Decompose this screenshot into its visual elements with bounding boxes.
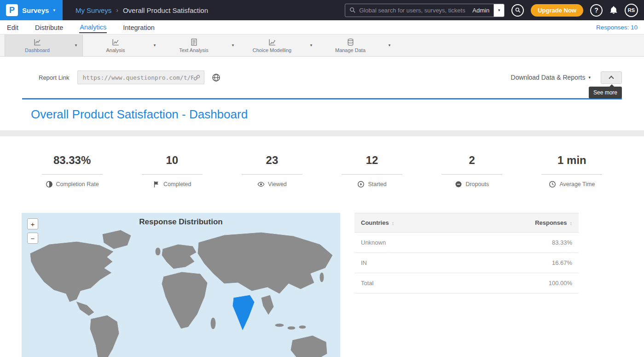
tab-manage-data: Manage Data ▾ bbox=[318, 35, 396, 56]
product-switcher[interactable]: P Surveys ▾ bbox=[0, 0, 63, 20]
stat-started: 12 Started bbox=[322, 154, 422, 190]
map-indonesia bbox=[287, 326, 296, 330]
zoom-out-button[interactable]: − bbox=[27, 233, 38, 244]
tab-analysis-dropdown[interactable]: ▾ bbox=[148, 35, 161, 56]
breadcrumb-separator-icon: › bbox=[116, 6, 118, 14]
stat-completed: 10 Completed bbox=[122, 154, 222, 190]
stat-label-row: Completion Rate bbox=[46, 181, 99, 188]
stat-dropouts: 2 Dropouts bbox=[422, 154, 522, 190]
tab-choice-modelling-dropdown[interactable]: ▾ bbox=[305, 35, 318, 56]
stat-divider bbox=[342, 174, 402, 175]
section-divider bbox=[0, 130, 644, 136]
responses-cell: 83.33% bbox=[552, 239, 572, 246]
questionpro-logo-icon: P bbox=[6, 4, 18, 16]
column-label: Countries bbox=[361, 219, 389, 226]
report-link-field[interactable] bbox=[77, 70, 204, 84]
download-data-reports-menu[interactable]: Download Data & Reports ▾ bbox=[511, 74, 591, 81]
stat-divider bbox=[541, 174, 602, 175]
country-cell: IN bbox=[361, 259, 367, 266]
nav-item-edit[interactable]: Edit bbox=[6, 22, 19, 33]
distribution-section: Response Distribution + − bbox=[0, 212, 644, 357]
stat-label: Dropouts bbox=[465, 181, 489, 187]
countries-table: Countries ↕ Responses ↕ Unknown 83.33% I… bbox=[354, 213, 579, 357]
world-map[interactable] bbox=[22, 228, 340, 357]
search-scope-dropdown[interactable]: ▾ bbox=[494, 4, 504, 17]
map-asia bbox=[197, 232, 333, 294]
responses-cell: 16.67% bbox=[552, 259, 572, 266]
tab-text-analysis-button[interactable]: Text Analysis bbox=[161, 35, 226, 56]
tab-label: Dashboard bbox=[25, 47, 50, 53]
search-icon bbox=[349, 7, 356, 13]
breadcrumb-current: Overall Product Satisfaction bbox=[123, 6, 208, 14]
map-madagascar bbox=[210, 317, 216, 329]
map-japan bbox=[319, 272, 324, 282]
column-countries[interactable]: Countries ↕ bbox=[361, 219, 394, 226]
map-title: Response Distribution bbox=[22, 213, 340, 227]
tab-dashboard-button[interactable]: Dashboard bbox=[5, 35, 70, 56]
chevron-up-icon bbox=[609, 76, 614, 81]
stat-divider bbox=[142, 174, 203, 175]
tab-text-analysis: Text Analysis ▾ bbox=[161, 35, 239, 56]
notifications-bell-icon[interactable] bbox=[609, 6, 618, 14]
tab-label: Analysis bbox=[106, 47, 125, 53]
stats-row: 83.33% Completion Rate 10 Completed 23 V… bbox=[0, 136, 644, 212]
link-icon[interactable] bbox=[193, 74, 200, 81]
eye-icon bbox=[257, 181, 265, 188]
modelling-chart-icon bbox=[268, 38, 276, 46]
sort-icon[interactable]: ↕ bbox=[392, 220, 395, 226]
responses-count[interactable]: Responses: 10 bbox=[596, 24, 638, 31]
tab-label: Text Analysis bbox=[179, 47, 209, 53]
country-cell: Total bbox=[361, 280, 373, 287]
tab-label: Manage Data bbox=[335, 47, 366, 53]
stat-label: Started bbox=[368, 181, 386, 187]
stat-label-row: Dropouts bbox=[455, 181, 489, 188]
table-row: IN 16.67% bbox=[354, 253, 579, 273]
nav-item-distribute[interactable]: Distribute bbox=[35, 22, 64, 33]
see-more-tooltip: See more bbox=[589, 87, 622, 99]
play-circle-icon bbox=[357, 181, 365, 188]
stat-label-row: Viewed bbox=[257, 181, 287, 188]
nav-item-integration[interactable]: Integration bbox=[122, 22, 155, 33]
column-responses[interactable]: Responses ↕ bbox=[535, 219, 572, 226]
search-input[interactable] bbox=[359, 7, 468, 14]
minus-circle-icon bbox=[455, 181, 462, 188]
map-indonesia bbox=[275, 323, 284, 327]
response-distribution-map[interactable]: Response Distribution + − bbox=[22, 213, 340, 357]
global-search[interactable]: Admin ▾ bbox=[345, 4, 505, 17]
tab-text-analysis-dropdown[interactable]: ▾ bbox=[226, 35, 239, 56]
collapse-control: See more bbox=[601, 71, 622, 84]
stat-value: 2 bbox=[422, 154, 522, 167]
user-avatar[interactable]: RS bbox=[625, 4, 638, 17]
report-link-bar: Report Link Download Data & Reports ▾ Se… bbox=[0, 57, 644, 95]
line-chart-icon bbox=[34, 38, 41, 46]
map-uk bbox=[155, 247, 161, 256]
tab-manage-data-dropdown[interactable]: ▾ bbox=[383, 35, 396, 56]
zoom-in-button[interactable]: + bbox=[27, 218, 38, 229]
survey-nav: Edit Distribute Analytics Integration Re… bbox=[0, 20, 644, 34]
text-grid-icon bbox=[190, 38, 198, 46]
flag-icon bbox=[153, 181, 160, 188]
analytics-toolbar: Dashboard ▾ Analysis ▾ Text Analysis ▾ C… bbox=[0, 34, 644, 57]
stat-value: 12 bbox=[322, 154, 422, 167]
report-url-input[interactable] bbox=[82, 74, 193, 81]
help-button[interactable]: ? bbox=[590, 4, 603, 17]
table-row: Total 100.00% bbox=[354, 273, 579, 293]
stat-label: Completion Rate bbox=[56, 181, 99, 187]
breadcrumb-my-surveys[interactable]: My Surveys bbox=[75, 6, 111, 14]
sort-icon[interactable]: ↕ bbox=[570, 220, 573, 226]
stat-label-row: Started bbox=[357, 181, 386, 188]
stat-value: 10 bbox=[122, 154, 222, 167]
upgrade-now-button[interactable]: Upgrade Now bbox=[531, 4, 583, 17]
tab-analysis-button[interactable]: Analysis bbox=[83, 35, 148, 56]
search-button[interactable] bbox=[511, 4, 524, 17]
map-indonesia bbox=[299, 325, 306, 329]
breadcrumb: My Surveys › Overall Product Satisfactio… bbox=[75, 6, 208, 14]
tab-dashboard-dropdown[interactable]: ▾ bbox=[70, 35, 82, 56]
globe-icon[interactable] bbox=[212, 73, 220, 82]
stat-value: 83.33% bbox=[22, 154, 122, 167]
tab-choice-modelling-button[interactable]: Choice Modelling bbox=[239, 35, 305, 56]
gauge-icon bbox=[46, 181, 53, 188]
map-europe bbox=[162, 244, 197, 269]
tab-manage-data-button[interactable]: Manage Data bbox=[318, 35, 383, 56]
nav-item-analytics[interactable]: Analytics bbox=[79, 21, 107, 33]
